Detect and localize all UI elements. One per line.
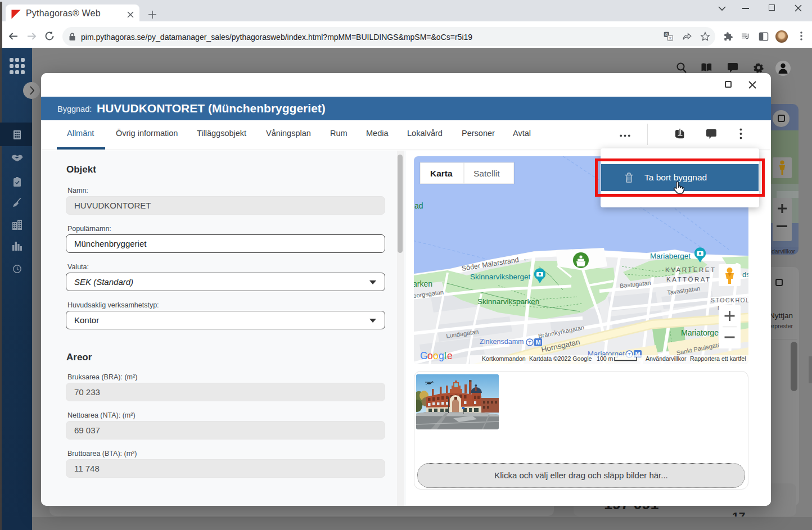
svg-text:Skinnarviksberget: Skinnarviksberget [470, 273, 531, 281]
svg-text:ad: ad [414, 201, 423, 210]
svg-text:Satellit: Satellit [473, 169, 500, 178]
svg-text:Skinnarviksparken: Skinnarviksparken [477, 297, 539, 306]
svg-text:Kartdata ©2022 Google: Kartdata ©2022 Google [529, 355, 592, 362]
svg-text:arken: arken [414, 279, 432, 288]
svg-text:Mariatorge: Mariatorge [681, 328, 719, 337]
svg-text:G: G [420, 350, 428, 361]
svg-text:Zinkensdamm: Zinkensdamm [480, 338, 524, 346]
svg-text:l: l [444, 350, 446, 361]
svg-text:o: o [427, 350, 433, 361]
svg-text:g: g [439, 350, 444, 361]
svg-text:KATTÖRAT: KATTÖRAT [666, 276, 711, 283]
svg-text:M: M [535, 339, 540, 346]
svg-text:T: T [528, 340, 531, 346]
svg-text:文: 文 [669, 36, 672, 40]
svg-text:ds: ds [742, 270, 748, 279]
svg-text:Mariaberget: Mariaberget [650, 252, 691, 260]
svg-text:100 m: 100 m [597, 355, 613, 362]
svg-text:Kortkommandon: Kortkommandon [482, 355, 526, 362]
svg-text:o: o [433, 350, 439, 361]
svg-text:KVARTERET: KVARTERET [665, 266, 716, 273]
svg-text:e: e [447, 350, 453, 361]
svg-text:Rapportera ett kartfel: Rapportera ett kartfel [690, 355, 746, 362]
svg-text:Karta: Karta [430, 169, 453, 178]
svg-text:STOCKHOLM: STOCKHOLM [711, 297, 748, 303]
svg-text:Användarvillkor: Användarvillkor [646, 355, 687, 362]
svg-text:←: ← [523, 255, 530, 262]
